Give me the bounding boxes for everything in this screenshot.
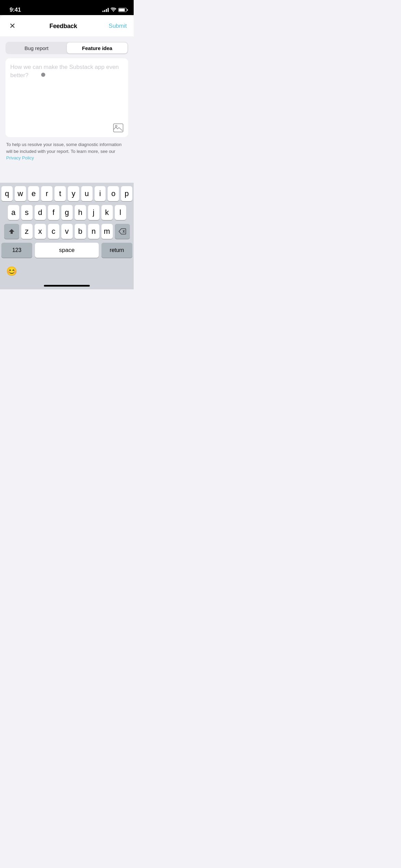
key-l[interactable]: l [115,205,126,220]
key-a[interactable]: a [8,205,19,220]
segmented-control[interactable]: Bug report Feature idea [5,42,128,54]
key-i[interactable]: i [95,186,106,201]
home-indicator-area [0,284,134,289]
key-b[interactable]: b [75,224,86,239]
keyboard-row-2: a s d f g h j k l [1,205,132,220]
key-c[interactable]: c [48,224,59,239]
modal-content: Bug report Feature idea To help us resol… [0,36,134,183]
key-j[interactable]: j [88,205,99,220]
key-k[interactable]: k [101,205,113,220]
svg-point-1 [116,125,117,127]
key-z[interactable]: z [21,224,33,239]
signal-icon [102,8,109,12]
key-n[interactable]: n [88,224,99,239]
key-f[interactable]: f [48,205,59,220]
key-g[interactable]: g [61,205,73,220]
delete-key[interactable] [115,224,130,239]
key-e[interactable]: e [28,186,39,201]
key-y[interactable]: y [68,186,79,201]
seg-option-bug-report[interactable]: Bug report [6,43,67,53]
key-d[interactable]: d [35,205,46,220]
keyboard: q w e r t y u i o p a s d f g h j k [0,184,134,263]
keyboard-row-4: 123 space return [1,243,132,258]
emoji-button[interactable]: 😊 [5,265,18,277]
key-s[interactable]: s [21,205,33,220]
status-time: 9:41 [10,7,21,13]
key-w[interactable]: w [15,186,26,201]
status-icons [102,8,127,13]
privacy-policy-link[interactable]: Privacy Policy [6,155,34,160]
keyboard-bottom-bar: 😊 [0,263,134,284]
space-key[interactable]: space [35,243,99,258]
feedback-textarea[interactable] [10,63,123,132]
image-attach-button[interactable] [113,123,123,132]
text-cursor [41,73,45,77]
key-t[interactable]: t [54,186,66,201]
key-o[interactable]: o [108,186,119,201]
seg-option-feature-idea[interactable]: Feature idea [67,43,127,53]
key-u[interactable]: u [81,186,93,201]
shift-key[interactable] [4,224,19,239]
key-x[interactable]: x [35,224,46,239]
wifi-icon [111,8,116,13]
feedback-sheet: ✕ Feedback Submit Bug report Feature ide… [0,15,134,289]
close-button[interactable]: ✕ [7,21,18,32]
modal-header: ✕ Feedback Submit [0,15,134,36]
numbers-key[interactable]: 123 [1,243,32,258]
home-indicator [44,285,90,287]
key-m[interactable]: m [101,224,113,239]
key-r[interactable]: r [41,186,52,201]
key-p[interactable]: p [121,186,132,201]
key-q[interactable]: q [1,186,13,201]
status-bar: 9:41 [0,0,134,15]
submit-button[interactable]: Submit [109,23,127,29]
keyboard-area: q w e r t y u i o p a s d f g h j k [0,183,134,289]
privacy-notice: To help us resolve your issue, some diag… [5,141,128,161]
return-key[interactable]: return [101,243,132,258]
keyboard-row-3: z x c v b n m [1,224,132,239]
key-v[interactable]: v [61,224,73,239]
key-h[interactable]: h [75,205,86,220]
keyboard-row-1: q w e r t y u i o p [1,186,132,201]
battery-icon [118,8,127,12]
close-icon: ✕ [9,22,15,31]
modal-title: Feedback [49,23,77,30]
feedback-input-container [5,58,128,137]
